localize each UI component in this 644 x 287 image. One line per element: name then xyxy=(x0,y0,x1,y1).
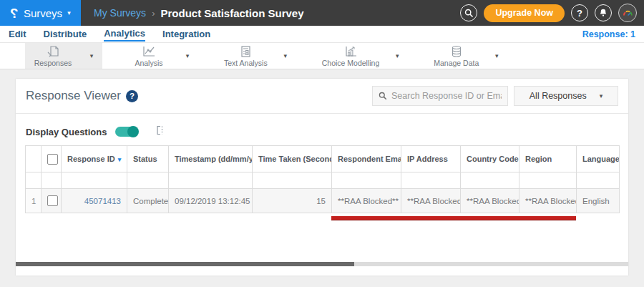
chevron-down-icon: ▾ xyxy=(396,52,399,59)
section-title: Response Viewer xyxy=(26,89,121,103)
header-region: Region xyxy=(519,146,577,172)
chevron-down-icon: ▾ xyxy=(283,52,287,59)
toolbar-group-text-analysis: Text Analysis ▾ xyxy=(217,43,296,69)
filter-cell[interactable] xyxy=(401,172,461,189)
response-viewer-card: Response Viewer ? All Responses ▾ Displa… xyxy=(16,79,628,276)
row-checkbox[interactable] xyxy=(47,195,58,206)
analytics-toolbar: Responses ▾ Analysis ▾ Text Analysis ▾ C… xyxy=(0,43,644,69)
header-label: Time Taken (Seconds) xyxy=(258,155,332,163)
header-label: Status xyxy=(133,155,157,163)
choice-modelling-dropdown[interactable]: ▾ xyxy=(386,43,408,69)
cell-region: **RAA Blocked** xyxy=(519,189,577,213)
manage-data-dropdown[interactable]: ▾ xyxy=(486,43,507,69)
table-header-row: Response ID▾ Status Timestamp (dd/mm/yyy… xyxy=(26,146,620,172)
filter-cell[interactable] xyxy=(253,172,332,189)
help-button[interactable]: ? xyxy=(571,4,588,21)
responses-filter-dropdown[interactable]: All Responses ▾ xyxy=(514,86,618,106)
table-row: 1 45071413 Completed 09/12/2019 13:12:45… xyxy=(26,189,620,213)
chevron-down-icon: ▾ xyxy=(67,9,71,16)
select-all-checkbox[interactable] xyxy=(47,154,58,165)
app-switcher[interactable]: ? Surveys ▾ xyxy=(0,0,81,26)
search-button[interactable] xyxy=(460,4,477,21)
search-icon xyxy=(379,92,387,100)
responses-button[interactable]: Responses xyxy=(25,43,81,69)
chevron-down-icon: ▾ xyxy=(495,52,499,59)
filter-dropdown-value: All Responses xyxy=(530,91,587,101)
toolbar-group-choice-modelling: Choice Modelling ▾ xyxy=(315,43,409,69)
table-controls: Display Questions xyxy=(16,114,628,145)
cell-response-id: 45071413 xyxy=(62,189,127,213)
table-filter-row xyxy=(26,172,620,189)
tab-analytics[interactable]: Analytics xyxy=(104,26,145,42)
toolbar-group-manage-data: Manage Data ▾ xyxy=(426,43,507,69)
tab-integration[interactable]: Integration xyxy=(162,27,210,41)
choice-modelling-button[interactable]: Choice Modelling xyxy=(315,43,387,69)
manage-data-button[interactable]: Manage Data xyxy=(426,43,486,69)
question-mark-icon: ? xyxy=(577,8,582,19)
search-icon xyxy=(464,9,474,18)
response-count: Response: 1 xyxy=(582,29,635,39)
card-header: Response Viewer ? All Responses ▾ xyxy=(16,79,628,114)
upgrade-now-button[interactable]: Upgrade Now xyxy=(484,4,565,22)
header-timestamp[interactable]: Timestamp (dd/mm/yyyy)⇅ xyxy=(169,146,253,172)
filter-cell[interactable] xyxy=(577,172,620,189)
search-input[interactable] xyxy=(391,91,502,101)
header-rownum xyxy=(26,146,42,172)
toggle-knob xyxy=(127,126,139,137)
row-select-cell xyxy=(42,189,62,213)
horizontal-scrollbar-track[interactable] xyxy=(16,262,628,266)
text-analysis-button[interactable]: Text Analysis xyxy=(217,43,275,69)
filter-cell[interactable] xyxy=(169,172,253,189)
cell-country-code: **RAA Blocked** xyxy=(461,189,519,213)
analysis-button[interactable]: Analysis xyxy=(121,43,177,69)
filter-cell xyxy=(26,172,42,189)
cell-language: English xyxy=(577,189,620,213)
section-help-button[interactable]: ? xyxy=(126,90,138,102)
notifications-button[interactable] xyxy=(595,4,612,21)
cell-time-taken: 15 xyxy=(253,189,332,213)
manage-data-icon xyxy=(449,45,464,58)
filter-cell xyxy=(42,172,62,189)
response-id-link[interactable]: 45071413 xyxy=(84,197,121,205)
cell-respondent-email: **RAA Blocked** xyxy=(332,189,401,213)
chevron-down-icon: ▾ xyxy=(90,52,94,59)
filter-cell[interactable] xyxy=(332,172,401,189)
header-label: Respondent Email xyxy=(338,155,401,163)
analysis-dropdown[interactable]: ▾ xyxy=(177,43,198,69)
header-language: Language xyxy=(577,146,620,172)
survey-nav: Edit Distribute Analytics Integration Re… xyxy=(0,26,644,43)
header-time-taken[interactable]: Time Taken (Seconds)⇅ xyxy=(253,146,332,172)
questionpro-logo-icon: ? xyxy=(10,6,19,20)
cell-ip-address: **RAA Blocked** xyxy=(401,189,461,213)
row-number: 1 xyxy=(26,189,42,213)
breadcrumb-my-surveys[interactable]: My Surveys xyxy=(94,7,146,19)
header-label: Country Code xyxy=(467,155,519,163)
topbar-actions: Upgrade Now ? xyxy=(460,4,644,22)
chevron-down-icon: ▾ xyxy=(600,92,603,99)
tab-edit[interactable]: Edit xyxy=(9,27,26,41)
cell-timestamp: 09/12/2019 13:12:45 xyxy=(169,189,253,213)
header-select xyxy=(42,146,62,172)
toolbar-group-responses: Responses ▾ xyxy=(25,43,102,69)
header-country-code: Country Code xyxy=(461,146,519,172)
filter-cell[interactable] xyxy=(519,172,577,189)
app-menu-label: Surveys xyxy=(24,7,62,19)
header-response-id[interactable]: Response ID▾ xyxy=(62,146,127,172)
profile-gauge-button[interactable] xyxy=(618,4,637,22)
cell-status: Completed xyxy=(127,189,169,213)
toolbar-label: Manage Data xyxy=(434,59,479,67)
text-analysis-dropdown[interactable]: ▾ xyxy=(275,43,296,69)
tab-distribute[interactable]: Distribute xyxy=(44,27,87,41)
breadcrumb: My Surveys › Product Satisfaction Survey xyxy=(94,7,304,19)
horizontal-scrollbar-thumb[interactable] xyxy=(16,262,354,266)
toolbar-label: Choice Modelling xyxy=(322,59,380,67)
column-expand-icon[interactable] xyxy=(154,125,165,139)
filter-cell[interactable] xyxy=(62,172,127,189)
header-label: Region xyxy=(525,155,552,163)
responses-dropdown[interactable]: ▾ xyxy=(81,43,102,69)
filter-cell[interactable] xyxy=(127,172,169,189)
header-label: Response ID xyxy=(67,155,115,163)
display-questions-toggle[interactable] xyxy=(115,127,138,137)
filter-cell[interactable] xyxy=(461,172,519,189)
response-search xyxy=(372,86,508,106)
